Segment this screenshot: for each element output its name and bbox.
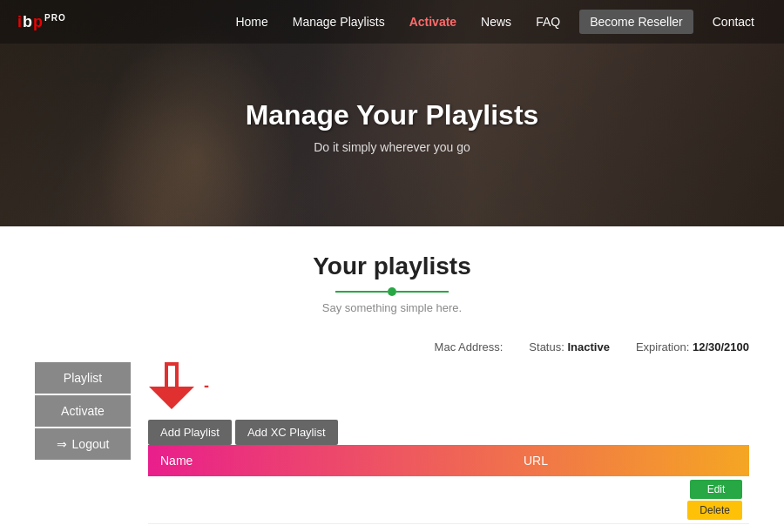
- expiration-label: Expiration:: [636, 340, 689, 354]
- logout-label: Logout: [72, 437, 110, 451]
- right-panel: - Add Playlist Add XC Playlist Name URL …: [148, 362, 749, 524]
- mac-address-info: Mac Address:: [435, 340, 504, 354]
- activate-sidebar-button[interactable]: Activate: [35, 395, 131, 427]
- info-row: Mac Address: Status: Inactive Expiration…: [35, 340, 749, 354]
- down-arrow-icon: [148, 362, 195, 409]
- playlist-table: Name URL Edit Delete: [148, 445, 749, 524]
- divider-right-line: [396, 291, 449, 293]
- table-header: Name URL: [148, 445, 749, 476]
- logout-sidebar-button[interactable]: ⇒ Logout: [35, 428, 131, 460]
- logo: ibpPRO: [17, 13, 66, 31]
- hero-title: Manage Your Playlists: [246, 99, 539, 131]
- expiration-info: Expiration: 12/30/2100: [636, 340, 749, 354]
- cell-name: [148, 493, 322, 507]
- delete-button[interactable]: Delete: [687, 501, 742, 520]
- column-header-name: Name: [148, 445, 322, 476]
- logout-icon: ⇒: [57, 437, 67, 451]
- hero-subtitle: Do it simply wherever you go: [314, 140, 470, 154]
- nav-item-become-reseller[interactable]: Become Reseller: [572, 10, 700, 34]
- status-info: Status: Inactive: [529, 340, 610, 354]
- nav-item-activate[interactable]: Activate: [397, 0, 469, 44]
- divider-dot: [388, 287, 396, 296]
- cell-actions: Edit Delete: [680, 476, 749, 523]
- status-value: Inactive: [567, 340, 609, 354]
- button-row: Add Playlist Add XC Playlist: [148, 420, 749, 445]
- playlist-sidebar-button[interactable]: Playlist: [35, 362, 131, 394]
- nav-item-faq[interactable]: FAQ: [524, 0, 572, 44]
- nav-item-news[interactable]: News: [469, 0, 524, 44]
- section-divider: [35, 287, 749, 296]
- nav-item-manage-playlists[interactable]: Manage Playlists: [280, 0, 397, 44]
- mac-label: Mac Address:: [435, 340, 504, 354]
- playlist-area: Playlist Activate ⇒ Logout - Add Playlis…: [35, 362, 749, 524]
- divider-left-line: [335, 291, 388, 293]
- section-title: Your playlists: [35, 253, 749, 280]
- table-row: Edit Delete: [148, 476, 749, 524]
- edit-button[interactable]: Edit: [690, 480, 742, 499]
- sidebar: Playlist Activate ⇒ Logout: [35, 362, 131, 461]
- status-label: Status:: [529, 340, 564, 354]
- nav-links: Home Manage Playlists Activate News FAQ …: [223, 0, 767, 44]
- section-description: Say something simple here.: [35, 301, 749, 314]
- arrow-row: -: [148, 362, 749, 409]
- column-header-url: URL: [322, 445, 749, 476]
- nav-item-home[interactable]: Home: [223, 0, 280, 44]
- dash-indicator: -: [204, 377, 209, 395]
- nav-item-contact[interactable]: Contact: [700, 0, 767, 44]
- cell-url: [322, 493, 680, 507]
- main-content: Your playlists Say something simple here…: [0, 226, 784, 532]
- expiration-value: 12/30/2100: [693, 340, 749, 354]
- add-playlist-button[interactable]: Add Playlist: [148, 420, 232, 445]
- navbar: ibpPRO Home Manage Playlists Activate Ne…: [0, 0, 784, 44]
- add-xc-playlist-button[interactable]: Add XC Playlist: [235, 420, 338, 445]
